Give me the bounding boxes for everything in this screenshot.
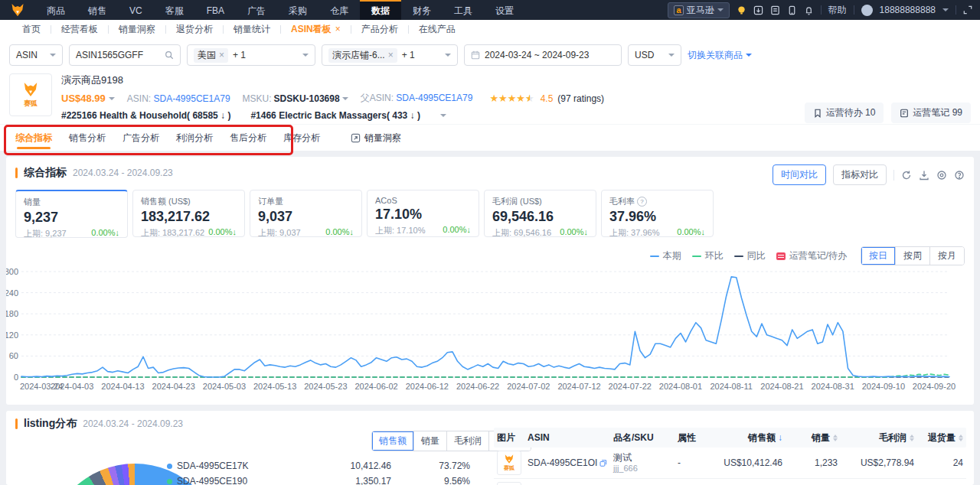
col-7-毛利润[interactable]: 毛利润 <box>841 431 917 444</box>
refresh-icon[interactable] <box>901 170 912 181</box>
sort-desc-icon[interactable]: ↓ <box>778 432 782 443</box>
metric-card-2[interactable]: 销售额 (US$)183,217.62上期: 183,217.620.00%↓ <box>132 190 245 237</box>
account-number[interactable]: 18888888888 <box>880 5 936 15</box>
search-icon[interactable] <box>165 50 174 60</box>
topnav-item-客服[interactable]: 客服 <box>154 0 195 20</box>
tab-close-icon[interactable]: × <box>335 24 341 34</box>
topnav-item-财务[interactable]: 财务 <box>401 0 443 20</box>
subtab-广告分析[interactable]: 广告分析 <box>122 125 159 151</box>
granularity-按日[interactable]: 按日 <box>861 247 895 265</box>
time-compare-button[interactable]: 时间对比 <box>773 164 826 185</box>
fullscreen-icon[interactable] <box>963 5 972 15</box>
date-range-picker[interactable]: 2024-03-24 ~ 2024-09-23 <box>464 44 622 66</box>
trend-chart[interactable]: 0601201802403002024-03-242024-04-032024-… <box>6 265 962 399</box>
remove-store-icon[interactable]: × <box>388 50 394 60</box>
tab-首页[interactable]: 首页 <box>12 23 51 36</box>
tab-退货分析[interactable]: 退货分析 <box>166 23 223 36</box>
ops-notes-button[interactable]: 运营笔记 99 <box>891 103 971 123</box>
subtab-库存分析[interactable]: 库存分析 <box>283 125 320 151</box>
bell-icon[interactable] <box>804 5 814 15</box>
table-row[interactable]: 赛狐测试 <box>494 479 966 485</box>
topnav-item-仓库[interactable]: 仓库 <box>318 0 360 20</box>
granularity-按月[interactable]: 按月 <box>929 247 964 265</box>
product-image[interactable]: 赛狐 <box>9 73 52 116</box>
tab-在线产品[interactable]: 在线产品 <box>409 23 466 36</box>
topnav-item-FBA[interactable]: FBA <box>195 0 236 20</box>
mobile-icon[interactable] <box>787 5 797 15</box>
metric-card-1[interactable]: 销量9,237上期: 9,2370.00%↓ <box>15 190 128 238</box>
chevron-down-icon <box>50 54 56 60</box>
star-icon: ★ <box>498 93 508 103</box>
toggle-销售额[interactable]: 销售额 <box>372 431 413 451</box>
granularity-按周[interactable]: 按周 <box>895 247 929 265</box>
copy-icon[interactable] <box>599 459 607 467</box>
switch-related-label: 切换关联商品 <box>688 49 743 62</box>
asin-value[interactable]: SDA-4995CE1A79 <box>154 93 230 104</box>
parent-asin-value[interactable]: SDA-4995CE1A79 <box>396 93 472 103</box>
topnav-item-商品[interactable]: 商品 <box>35 0 77 20</box>
tab-经营看板[interactable]: 经营看板 <box>51 23 108 36</box>
product-thumbnail[interactable]: 赛狐 <box>497 451 521 475</box>
country-select[interactable]: 美国× + 1 <box>187 44 315 66</box>
chevron-down-icon[interactable] <box>440 114 446 120</box>
target-icon[interactable] <box>936 170 947 181</box>
remove-country-icon[interactable]: × <box>219 50 224 60</box>
metric-compare-button[interactable]: 指标对比 <box>833 164 887 185</box>
sort-icon[interactable] <box>959 435 963 441</box>
legend-同比[interactable]: 同比 <box>734 249 766 262</box>
sort-icon[interactable] <box>833 435 838 441</box>
tab-销量统计[interactable]: 销量统计 <box>224 23 280 36</box>
help-icon[interactable] <box>954 170 965 181</box>
pie-legend: SDA-4995CE17K10,412.4673.72%SDA-4995CE19… <box>167 458 470 485</box>
tab-ASIN看板[interactable]: ASIN看板× <box>281 23 351 36</box>
store-select[interactable]: 演示店铺-6...× + 1 <box>322 44 458 66</box>
sales-insight-button[interactable]: 销量洞察 <box>351 132 401 145</box>
topnav-item-设置[interactable]: 设置 <box>484 0 525 20</box>
topnav-item-VC[interactable]: VC <box>118 0 154 20</box>
tab-销量洞察[interactable]: 销量洞察 <box>109 23 165 36</box>
sort-icon[interactable] <box>910 435 914 441</box>
metric-card-5[interactable]: 毛利润 (US$)69,546.16上期: 69,546.160.00%↓ <box>484 190 596 237</box>
pie-legend-name[interactable]: SDA-4995CE17K <box>177 461 299 471</box>
topnav-item-工具[interactable]: 工具 <box>443 0 484 20</box>
ops-todo-button[interactable]: 运营待办 10 <box>805 103 884 123</box>
export-icon[interactable] <box>919 170 929 181</box>
price-dropdown[interactable]: US$48.99 <box>61 93 115 104</box>
metric-card-4[interactable]: ACoS17.10%上期: 17.10%0.00%↓ <box>367 190 479 237</box>
subtab-综合指标[interactable]: 综合指标 <box>15 125 52 151</box>
pie-legend-name[interactable]: SDA-4995CE190 <box>177 476 299 485</box>
col-8-退货量[interactable]: 退货量 <box>917 431 966 444</box>
app-logo-fox-icon[interactable] <box>0 0 35 20</box>
toggle-毛利润[interactable]: 毛利润 <box>446 431 488 451</box>
toggle-销量[interactable]: 销量 <box>413 431 446 451</box>
asin-search-input[interactable]: ASIN1565GGFF <box>69 44 181 66</box>
metric-card-6[interactable]: 毛利率?37.96%上期: 37.96%0.00%↓ <box>601 190 714 237</box>
currency-select[interactable]: USD <box>628 44 681 66</box>
download-icon[interactable] <box>753 5 763 15</box>
col-6-销量[interactable]: 销量 <box>786 431 841 444</box>
legend-本期[interactable]: 本期 <box>650 249 681 262</box>
tab-产品分析[interactable]: 产品分析 <box>351 23 408 36</box>
search-type-select[interactable]: ASIN <box>9 44 63 66</box>
notes-icon[interactable] <box>770 5 780 15</box>
subtab-售后分析[interactable]: 售后分析 <box>230 125 266 151</box>
product-thumbnail[interactable]: 赛狐 <box>497 482 521 485</box>
tips-bulb-icon[interactable] <box>737 5 746 15</box>
topnav-item-数据[interactable]: 数据 <box>360 0 401 20</box>
fox-icon <box>22 81 39 98</box>
switch-related-link[interactable]: 切换关联商品 <box>688 49 752 62</box>
help-link[interactable]: 帮助 <box>828 4 847 17</box>
topnav-item-广告[interactable]: 广告 <box>236 0 277 20</box>
user-avatar[interactable] <box>861 5 873 16</box>
marketplace-selector[interactable]: a 亚马逊 <box>668 2 729 18</box>
legend-环比[interactable]: 环比 <box>692 249 724 262</box>
metric-card-3[interactable]: 订单量9,037上期: 9,0370.00%↓ <box>250 190 362 237</box>
subtab-销售分析[interactable]: 销售分析 <box>69 125 106 151</box>
topnav-item-销售[interactable]: 销售 <box>77 0 118 20</box>
table-row[interactable]: 赛狐SDA-4995CE1OI测试jjj_666-US$10,412.461,2… <box>494 448 966 479</box>
asin-text[interactable]: SDA-4995CE1OI <box>528 457 597 468</box>
topnav-item-采购[interactable]: 采购 <box>277 0 318 20</box>
col-5-销售额[interactable]: 销售额↓ <box>700 431 786 444</box>
subtab-利润分析[interactable]: 利润分析 <box>176 125 213 151</box>
svg-text:2024-07-02: 2024-07-02 <box>507 382 550 391</box>
